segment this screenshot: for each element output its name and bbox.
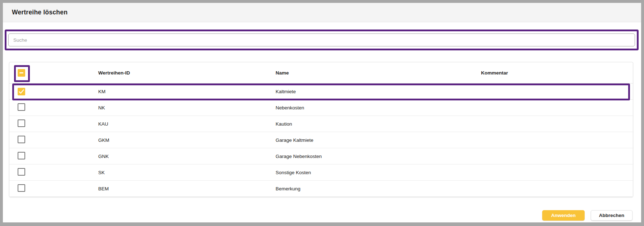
cell-wertreihen-id: BEM xyxy=(98,186,276,191)
cell-name: Garage Kaltmiete xyxy=(276,137,481,143)
cell-wertreihen-id: GNK xyxy=(98,154,276,159)
delete-series-dialog: Wertreihe löschen Wertreihen-ID Name Kom… xyxy=(3,3,641,222)
cell-wertreihen-id: NK xyxy=(98,105,276,110)
checkbox-cell xyxy=(9,103,98,112)
cell-name: Sonstige Kosten xyxy=(276,170,481,175)
cell-wertreihen-id: SK xyxy=(98,170,276,175)
row-checkbox[interactable] xyxy=(18,168,25,176)
row-checkbox[interactable] xyxy=(18,119,25,127)
table-row-bem[interactable]: BEM Bemerkung xyxy=(9,181,633,197)
table-header-row: Wertreihen-ID Name Kommentar xyxy=(9,62,633,83)
row-checkbox[interactable] xyxy=(18,152,25,159)
table-row-kau[interactable]: KAU Kaution xyxy=(9,116,633,132)
column-header-wertreihen-id[interactable]: Wertreihen-ID xyxy=(98,70,276,76)
table-row-gkm[interactable]: GKM Garage Kaltmiete xyxy=(9,132,633,148)
table-row-gnk[interactable]: GNK Garage Nebenkosten xyxy=(9,148,633,164)
dialog-header: Wertreihe löschen xyxy=(3,3,641,22)
dialog-title: Wertreihe löschen xyxy=(12,9,68,16)
column-header-name[interactable]: Name xyxy=(276,70,481,76)
dialog-footer: Anwenden Abbrechen xyxy=(542,210,632,221)
row-checkbox[interactable] xyxy=(18,184,25,192)
checkbox-cell xyxy=(9,184,98,193)
table-row-km[interactable]: KM Kaltmiete xyxy=(9,83,633,100)
checkbox-cell xyxy=(9,152,98,161)
cell-name: Garage Nebenkosten xyxy=(276,154,481,159)
cell-wertreihen-id: KM xyxy=(98,89,276,94)
row-checkbox[interactable] xyxy=(18,103,25,111)
table-row-nk[interactable]: NK Nebenkosten xyxy=(9,100,633,116)
checkbox-cell xyxy=(9,136,98,144)
checkbox-cell xyxy=(9,168,98,177)
annotation-search-highlight xyxy=(5,30,639,50)
row-checkbox[interactable] xyxy=(18,136,25,143)
cell-name: Bemerkung xyxy=(276,186,481,191)
select-all-checkbox[interactable] xyxy=(18,69,25,77)
checkbox-cell xyxy=(9,119,98,128)
cell-name: Kaution xyxy=(276,121,481,127)
column-header-kommentar[interactable]: Kommentar xyxy=(481,70,633,76)
cancel-button[interactable]: Abbrechen xyxy=(591,210,632,221)
cell-name: Nebenkosten xyxy=(276,105,481,110)
indeterminate-dash-icon xyxy=(19,72,23,73)
series-table: Wertreihen-ID Name Kommentar KM Kaltmiet… xyxy=(9,62,633,197)
search-input[interactable] xyxy=(8,33,635,46)
select-all-cell xyxy=(9,69,98,77)
row-checkbox[interactable] xyxy=(18,88,25,95)
cell-wertreihen-id: KAU xyxy=(98,121,276,127)
cell-name: Kaltmiete xyxy=(276,89,481,94)
cell-wertreihen-id: GKM xyxy=(98,137,276,143)
checkbox-cell xyxy=(9,88,98,95)
apply-button[interactable]: Anwenden xyxy=(542,210,585,221)
checkmark-icon xyxy=(19,89,24,94)
table-row-sk[interactable]: SK Sonstige Kosten xyxy=(9,164,633,181)
